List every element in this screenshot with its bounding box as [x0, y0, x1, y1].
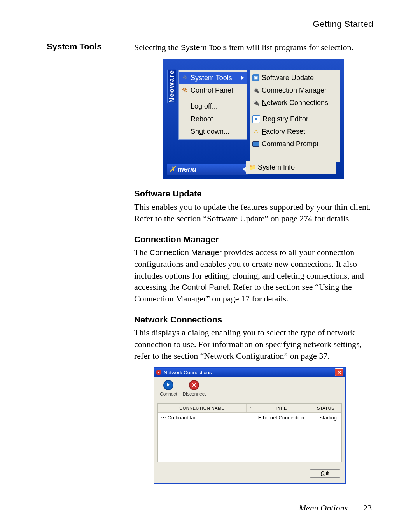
- col-type[interactable]: TYPE: [252, 404, 310, 413]
- submenu-item-network-connections[interactable]: 🔌 Network Connections: [250, 96, 340, 109]
- blank-icon: [181, 128, 188, 135]
- intro-paragraph: Selecting the System Tools item will lis…: [134, 42, 373, 53]
- para-network-connections: This displays a dialog enabling you to s…: [134, 327, 373, 361]
- cell-connection-name: ⋯ On board lan: [158, 413, 247, 423]
- submenu-item-factory-reset[interactable]: ⚠ Factory Reset: [250, 125, 340, 138]
- blank-icon: [181, 103, 188, 110]
- menu-item-label: ystem Tools: [195, 74, 232, 82]
- intro-pre: Selecting the: [134, 42, 181, 52]
- folder-icon: 📁: [248, 164, 256, 171]
- disconnect-button[interactable]: ✕ Disconnect: [183, 380, 206, 397]
- submenu-separator: [252, 111, 338, 111]
- dialog-titlebar: • Network Connections ✕: [154, 368, 345, 377]
- dialog-toolbar: Connect ✕ Disconnect: [154, 377, 345, 400]
- package-icon: ▣: [252, 74, 259, 81]
- subhead-network-connections: Network Connections: [134, 314, 373, 326]
- registry-icon: [252, 115, 260, 123]
- collapse-icon: [243, 167, 246, 172]
- dialog-app-icon: •: [156, 370, 161, 375]
- footer-section: Menu Options: [299, 503, 348, 510]
- menu-item-log-off[interactable]: Log off...: [179, 100, 247, 112]
- play-icon: [163, 380, 173, 390]
- submenu-item-connection-manager[interactable]: 🔌 Connection Manager: [250, 84, 340, 96]
- control-panel-icon: 🛠: [181, 87, 188, 94]
- main-menu: ⚙ System Tools 🛠 Control Panel Log off..…: [178, 70, 247, 140]
- submenu-arrow-icon: [242, 76, 244, 80]
- blank-icon: [181, 116, 188, 123]
- dialog-title: Network Connections: [164, 369, 212, 376]
- close-button[interactable]: ✕: [335, 368, 343, 376]
- para-software-update: This enables you to update the features …: [134, 201, 373, 224]
- plug-icon: 🔌: [252, 87, 259, 94]
- intro-post: item will list programs for selection.: [227, 42, 354, 52]
- submenu-item-command-prompt[interactable]: Command Prompt: [250, 138, 340, 150]
- brand-strip: Neoware: [167, 70, 176, 103]
- cell-status: starting: [310, 413, 341, 423]
- quit-button[interactable]: Quit: [310, 469, 340, 478]
- para-connection-manager: The Connection Manager provides access t…: [134, 247, 373, 304]
- col-connection-name[interactable]: CONNECTION NAME: [158, 404, 247, 413]
- subhead-software-update: Software Update: [134, 188, 373, 200]
- menu-separator: [181, 98, 245, 98]
- menu-item-reboot[interactable]: Reboot...: [179, 113, 247, 125]
- submenu-system-tools: ▣ Software Update 🔌 Connection Manager 🔌…: [250, 70, 340, 163]
- start-menu-bar[interactable]: ✗ menu: [167, 164, 248, 175]
- subhead-connection-manager: Connection Manager: [134, 234, 373, 245]
- submenu-item-system-info[interactable]: 📁 System Info: [246, 161, 336, 174]
- gears-icon: ⚙: [181, 74, 188, 81]
- col-status[interactable]: STATUS: [310, 404, 341, 413]
- submenu-item-software-update[interactable]: ▣ Software Update: [250, 72, 340, 84]
- connect-label: Connect: [160, 391, 177, 397]
- submenu-item-registry-editor[interactable]: Registry Editor: [250, 113, 340, 125]
- figure-network-connections-dialog: • Network Connections ✕ Connect ✕ Discon…: [154, 367, 346, 484]
- monitor-icon: [252, 141, 259, 147]
- page-number: 23: [363, 503, 372, 510]
- disconnect-label: Disconnect: [183, 391, 206, 397]
- margin-heading: System Tools: [47, 42, 134, 484]
- cell-type: Ethernet Connection: [252, 413, 310, 423]
- menu-item-system-tools[interactable]: ⚙ System Tools: [179, 72, 247, 84]
- menu-bar-label: menu: [178, 165, 196, 174]
- table-row[interactable]: ⋯ On board lan Ethernet Connection start…: [158, 413, 341, 423]
- menu-item-control-panel[interactable]: 🛠 Control Panel: [179, 84, 247, 96]
- warning-icon: ⚠: [252, 128, 259, 135]
- running-head: Getting Started: [47, 19, 373, 29]
- figure-menu: Neoware ⚙ System Tools 🛠 Control Panel: [163, 59, 344, 179]
- plug-icon: 🔌: [252, 99, 259, 106]
- connect-button[interactable]: Connect: [160, 380, 177, 397]
- intro-code: System Tools: [181, 43, 227, 52]
- menu-item-shut-down[interactable]: Shut down...: [179, 125, 247, 138]
- stop-icon: ✕: [189, 380, 199, 390]
- connections-list: CONNECTION NAME / TYPE STATUS ⋯ On board…: [158, 403, 342, 462]
- menu-logo-icon: ✗: [170, 165, 175, 174]
